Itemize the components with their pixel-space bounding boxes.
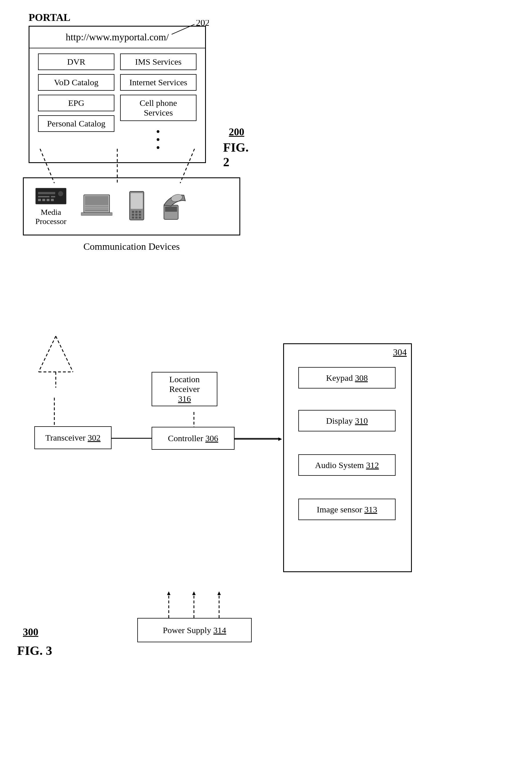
dvr-item: DVR	[38, 53, 114, 70]
keypad-box: Keypad 308	[298, 367, 396, 389]
svg-marker-45	[217, 591, 221, 595]
mobile-phone-device	[127, 191, 147, 222]
svg-rect-16	[81, 213, 112, 215]
ref-304: 304	[393, 347, 407, 358]
media-processor-label: MediaProcessor	[35, 208, 67, 226]
svg-rect-28	[132, 217, 134, 219]
comm-devices-label: Communication Devices	[23, 241, 240, 252]
image-sensor-label: Image sensor	[317, 505, 362, 514]
portal-right-col: IMS Services Internet Services Cell phon…	[120, 53, 196, 157]
personal-catalog-item: Personal Catalog	[38, 115, 114, 132]
svg-rect-25	[132, 214, 134, 216]
laptop-device	[81, 194, 112, 219]
svg-rect-27	[139, 214, 141, 216]
fig3-section: Transceiver 302 Location Receiver 316 Co…	[17, 303, 518, 747]
audio-system-box: Audio System 312	[298, 454, 396, 476]
media-processor-device: MediaProcessor	[35, 187, 67, 226]
antenna-symbol	[37, 335, 74, 393]
vod-item: VoD Catalog	[38, 74, 114, 91]
svg-rect-22	[132, 211, 134, 213]
portal-items-grid: DVR VoD Catalog EPG Personal Catalog IMS…	[29, 48, 205, 162]
power-supply-ref: 314	[213, 625, 226, 635]
svg-marker-51	[278, 437, 282, 441]
svg-rect-23	[135, 211, 138, 213]
keypad-ref: 308	[355, 373, 368, 383]
transceiver-ref: 302	[88, 433, 101, 443]
portal-left-col: DVR VoD Catalog EPG Personal Catalog	[38, 53, 114, 157]
comm-devices-section: MediaProcessor	[23, 177, 240, 252]
svg-rect-8	[51, 196, 55, 197]
svg-rect-32	[165, 207, 177, 212]
internet-services-item: Internet Services	[120, 74, 196, 91]
audio-system-label: Audio System	[315, 460, 364, 470]
svg-rect-11	[47, 199, 49, 201]
svg-rect-30	[139, 217, 141, 219]
ref-200: 200	[229, 126, 244, 138]
controller-ref: 306	[205, 433, 218, 443]
controller-box: Controller 306	[152, 427, 235, 450]
svg-rect-26	[135, 214, 138, 216]
dvr-icon	[35, 187, 67, 205]
audio-system-ref: 312	[366, 460, 379, 470]
mobile-icon	[127, 191, 147, 222]
svg-rect-12	[51, 199, 54, 201]
display-box: Display 310	[298, 410, 396, 431]
cell-phone-services-item: Cell phone Services	[120, 95, 196, 121]
svg-rect-10	[42, 199, 45, 201]
ims-services-item: IMS Services	[120, 53, 196, 70]
svg-rect-9	[38, 199, 41, 201]
location-receiver-label: Location Receiver 316	[158, 374, 211, 404]
fig3-connections	[17, 303, 518, 747]
flip-phone-icon	[161, 192, 190, 221]
svg-line-46	[39, 336, 56, 372]
svg-rect-6	[38, 192, 55, 194]
location-receiver-ref: 316	[178, 394, 191, 403]
fig2-label: FIG. 2	[223, 140, 249, 169]
ref-300: 300	[23, 626, 38, 638]
svg-rect-21	[131, 193, 143, 209]
display-label: Display	[326, 416, 353, 426]
epg-item: EPG	[38, 95, 114, 111]
keypad-label: Keypad	[326, 373, 353, 383]
image-sensor-box: Image sensor 313	[298, 499, 396, 520]
device-group-box-304: 304 Keypad 308 Display 310 Audio System …	[283, 343, 412, 572]
power-supply-box: Power Supply 314	[137, 618, 252, 642]
location-receiver-box: Location Receiver 316	[152, 372, 217, 406]
transceiver-box: Transceiver 302	[34, 426, 112, 449]
svg-marker-43	[192, 591, 196, 595]
power-supply-label: Power Supply	[163, 625, 211, 635]
controller-label: Controller	[168, 433, 203, 443]
comm-devices-box: MediaProcessor	[23, 177, 240, 235]
svg-rect-18	[85, 207, 108, 208]
svg-rect-19	[85, 209, 108, 209]
fig3-label: FIG. 3	[17, 643, 52, 658]
svg-rect-29	[135, 217, 138, 219]
svg-line-47	[56, 336, 73, 372]
controller-to-rightbox-line	[234, 435, 284, 443]
portal-url: http://www.myportal.com/	[29, 27, 205, 48]
svg-rect-24	[139, 211, 141, 213]
svg-rect-17	[85, 205, 108, 206]
flip-phone-device	[161, 192, 190, 221]
portal-label: PORTAL	[29, 11, 70, 23]
svg-marker-41	[167, 591, 170, 595]
display-ref: 310	[355, 416, 368, 426]
svg-rect-13	[58, 191, 63, 196]
antenna-svg	[37, 335, 74, 392]
svg-rect-7	[38, 196, 49, 197]
laptop-icon	[81, 194, 112, 219]
image-sensor-ref: 313	[364, 505, 377, 514]
transceiver-label: Transceiver	[45, 433, 86, 443]
portal-box: http://www.myportal.com/ DVR VoD Catalog…	[29, 26, 206, 163]
